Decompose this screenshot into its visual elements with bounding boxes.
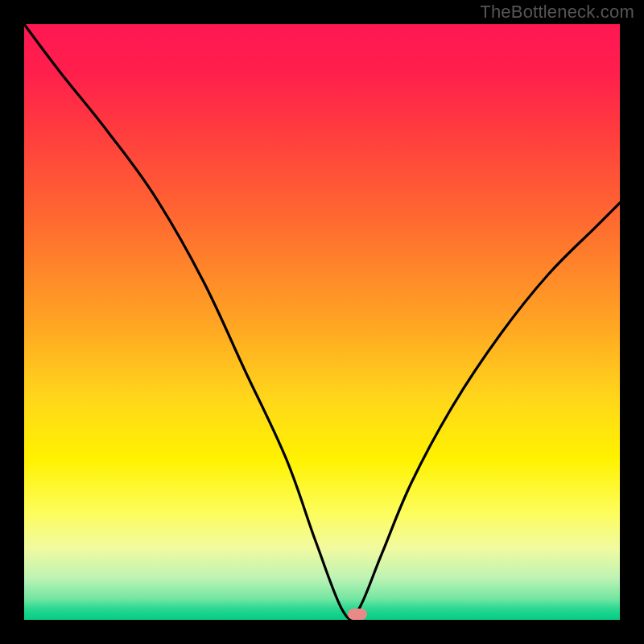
chart-frame: TheBottleneck.com: [0, 0, 644, 644]
optimal-point-marker: [348, 609, 367, 620]
curve-layer: [24, 24, 620, 620]
attribution-label: TheBottleneck.com: [480, 2, 634, 23]
plot-area: [24, 24, 620, 620]
bottleneck-curve: [24, 24, 620, 619]
